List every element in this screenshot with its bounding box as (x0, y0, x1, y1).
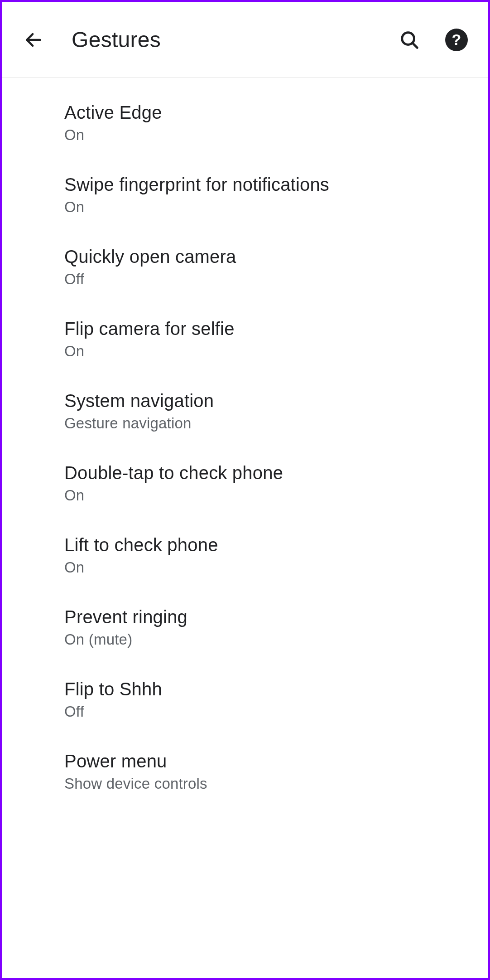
setting-title: Flip to Shhh (64, 679, 488, 699)
setting-title: Active Edge (64, 102, 488, 123)
help-icon: ? (445, 29, 468, 51)
setting-system-navigation[interactable]: System navigation Gesture navigation (2, 375, 488, 447)
setting-title: Prevent ringing (64, 607, 488, 627)
svg-line-2 (413, 43, 418, 48)
setting-flip-to-shhh[interactable]: Flip to Shhh Off (2, 664, 488, 736)
setting-title: Quickly open camera (64, 247, 488, 267)
setting-prevent-ringing[interactable]: Prevent ringing On (mute) (2, 592, 488, 664)
settings-list: Active Edge On Swipe fingerprint for not… (2, 78, 488, 808)
setting-sub: On (64, 343, 488, 360)
search-icon (399, 29, 420, 50)
search-button[interactable] (397, 27, 422, 53)
setting-sub: On (64, 487, 488, 504)
setting-sub: On (64, 559, 488, 576)
setting-sub: On (mute) (64, 631, 488, 648)
help-button[interactable]: ? (444, 27, 469, 53)
header-actions: ? (397, 27, 469, 53)
setting-sub: Gesture navigation (64, 415, 488, 432)
setting-sub: Off (64, 703, 488, 720)
setting-title: System navigation (64, 391, 488, 411)
back-button[interactable] (21, 27, 46, 53)
setting-power-menu[interactable]: Power menu Show device controls (2, 736, 488, 808)
setting-swipe-fingerprint-notifications[interactable]: Swipe fingerprint for notifications On (2, 159, 488, 231)
setting-title: Lift to check phone (64, 535, 488, 555)
setting-title: Swipe fingerprint for notifications (64, 175, 488, 195)
setting-sub: On (64, 199, 488, 216)
setting-sub: Show device controls (64, 775, 488, 792)
setting-lift-check-phone[interactable]: Lift to check phone On (2, 519, 488, 592)
setting-quickly-open-camera[interactable]: Quickly open camera Off (2, 231, 488, 303)
setting-title: Flip camera for selfie (64, 319, 488, 339)
setting-flip-camera-selfie[interactable]: Flip camera for selfie On (2, 303, 488, 375)
setting-double-tap-check-phone[interactable]: Double-tap to check phone On (2, 447, 488, 519)
setting-sub: On (64, 126, 488, 144)
arrow-left-icon (24, 30, 43, 50)
setting-sub: Off (64, 271, 488, 288)
setting-title: Power menu (64, 751, 488, 771)
setting-title: Double-tap to check phone (64, 463, 488, 483)
setting-active-edge[interactable]: Active Edge On (2, 87, 488, 159)
page-title: Gestures (72, 27, 397, 52)
app-header: Gestures ? (2, 2, 488, 78)
